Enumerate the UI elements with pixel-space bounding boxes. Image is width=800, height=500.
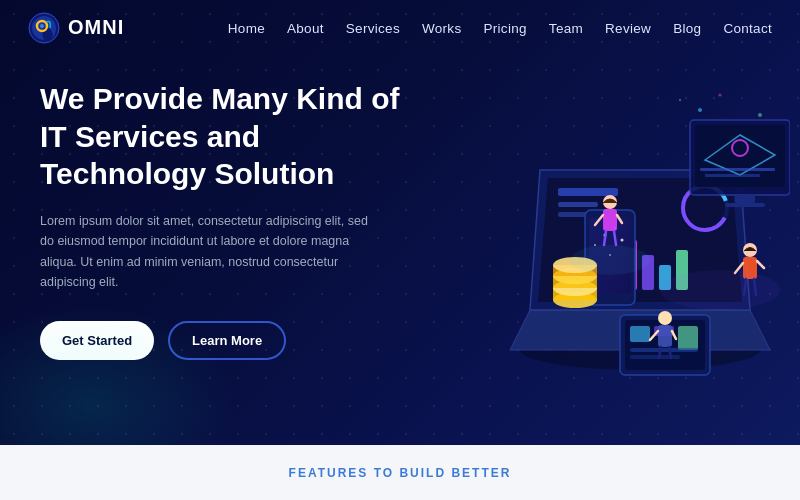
- hero-title: We Provide Many Kind of IT Services and …: [40, 80, 420, 193]
- svg-rect-5: [558, 202, 598, 207]
- svg-rect-4: [558, 188, 618, 196]
- svg-point-55: [658, 311, 672, 325]
- features-label: FEATURES TO BUILD BETTER: [289, 466, 512, 480]
- svg-rect-24: [630, 326, 650, 342]
- svg-rect-44: [603, 209, 617, 231]
- svg-point-61: [570, 245, 650, 275]
- svg-point-63: [698, 108, 702, 112]
- nav-link-contact[interactable]: Contact: [723, 21, 772, 36]
- svg-rect-28: [630, 355, 680, 359]
- svg-rect-26: [678, 326, 698, 350]
- hero-illustration: [410, 40, 790, 420]
- hero-content: We Provide Many Kind of IT Services and …: [40, 80, 420, 360]
- nav-link-about[interactable]: About: [287, 21, 324, 36]
- svg-point-65: [758, 113, 762, 117]
- navbar: OMNI HomeAboutServicesWorksPricingTeamRe…: [0, 0, 800, 55]
- logo[interactable]: OMNI: [28, 12, 124, 44]
- svg-rect-56: [658, 325, 672, 347]
- svg-point-2: [40, 24, 44, 28]
- nav-link-home[interactable]: Home: [228, 21, 265, 36]
- bottom-strip: FEATURES TO BUILD BETTER: [0, 445, 800, 500]
- svg-rect-27: [630, 348, 698, 352]
- brand-name: OMNI: [68, 16, 124, 39]
- svg-rect-34: [700, 168, 775, 171]
- svg-point-19: [621, 239, 624, 242]
- hero-buttons: Get Started Learn More: [40, 321, 420, 360]
- nav-menu: HomeAboutServicesWorksPricingTeamReviewB…: [228, 19, 772, 37]
- hero-description: Lorem ipsum dolor sit amet, consectetur …: [40, 211, 380, 294]
- svg-point-66: [679, 99, 681, 101]
- learn-more-button[interactable]: Learn More: [168, 321, 286, 360]
- svg-rect-35: [705, 174, 760, 177]
- nav-link-review[interactable]: Review: [605, 21, 651, 36]
- svg-point-64: [719, 94, 722, 97]
- svg-line-52: [757, 261, 764, 268]
- nav-link-works[interactable]: Works: [422, 21, 462, 36]
- svg-point-20: [594, 244, 596, 246]
- hero-section: OMNI HomeAboutServicesWorksPricingTeamRe…: [0, 0, 800, 445]
- svg-point-62: [660, 270, 780, 310]
- nav-link-blog[interactable]: Blog: [673, 21, 701, 36]
- nav-link-services[interactable]: Services: [346, 21, 400, 36]
- svg-rect-31: [735, 195, 755, 203]
- nav-link-pricing[interactable]: Pricing: [483, 21, 526, 36]
- get-started-button[interactable]: Get Started: [40, 321, 154, 360]
- svg-rect-32: [725, 203, 765, 207]
- nav-link-team[interactable]: Team: [549, 21, 583, 36]
